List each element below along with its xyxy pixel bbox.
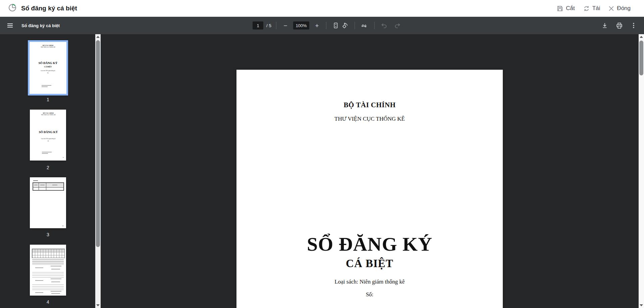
thumbnail-1-preview: BỘ TÀI CHÍNH THƯ VIỆN CỤC THỐNG KÊ SỔ ĐĂ… — [30, 42, 66, 94]
zoom-out-button[interactable]: − — [281, 21, 290, 30]
print-button[interactable] — [614, 21, 624, 30]
pdf-viewer-area: BỘ TÀI CHÍNH THƯ VIỆN CỤC THỐNG KÊ SỔ ĐĂ… — [0, 34, 644, 308]
fit-page-icon — [332, 22, 339, 29]
zoom-level-input[interactable]: 100% — [293, 21, 309, 29]
document-scrollbar[interactable] — [639, 34, 644, 308]
refresh-icon — [583, 5, 590, 12]
doc-title-line2: CÁ BIỆT — [236, 257, 503, 270]
toolbar-divider — [326, 22, 326, 29]
scroll-down-arrow[interactable] — [639, 303, 644, 308]
zoom-in-button[interactable]: + — [313, 21, 321, 30]
download-button[interactable] — [600, 21, 609, 30]
pdf-right-controls — [600, 17, 638, 34]
toolbar-divider — [374, 22, 375, 29]
cut-button[interactable]: Cắt — [556, 5, 575, 12]
scroll-up-arrow[interactable] — [639, 34, 644, 40]
save-icon — [556, 5, 564, 12]
reload-button-label: Tải — [592, 5, 600, 12]
scroll-up-arrow[interactable] — [95, 34, 101, 40]
page-count-label: / 5 — [266, 23, 271, 28]
reload-button[interactable]: Tải — [583, 5, 600, 12]
thumbnail-3-label: 3 — [28, 232, 68, 237]
pdf-toolbar: Sổ đăng ký cá biệt / 5 − 100% + — [0, 17, 644, 34]
annotate-button[interactable] — [360, 21, 370, 30]
window-title: Sổ đăng ký cá biệt — [21, 5, 77, 12]
thumbnail-2[interactable]: BỘ TÀI CHÍNH THƯ VIỆN CỤC THỐNG KÊ SỔ ĐĂ… — [30, 110, 66, 161]
undo-button[interactable] — [379, 21, 389, 30]
thumbnail-2-preview: BỘ TÀI CHÍNH THƯ VIỆN CỤC THỐNG KÊ SỔ ĐĂ… — [30, 110, 66, 161]
doc-header-line2: THƯ VIỆN CỤC THỐNG KÊ — [236, 116, 503, 122]
close-button[interactable]: Đóng — [608, 5, 631, 12]
thumbnail-1-label: 1 — [28, 97, 68, 102]
toolbar-divider — [355, 22, 355, 29]
print-icon — [616, 22, 623, 29]
thumbnail-2-label: 2 — [28, 165, 68, 170]
close-button-label: Đóng — [617, 5, 631, 12]
thumbnail-3[interactable] — [30, 177, 66, 228]
pie-chart-icon — [8, 3, 17, 13]
page-number-input[interactable] — [253, 21, 263, 29]
undo-icon — [381, 22, 387, 29]
rotate-icon — [342, 22, 348, 29]
redo-button[interactable] — [393, 21, 402, 30]
thumbnail-4-label: 4 — [28, 299, 68, 305]
pdf-center-controls: / 5 − 100% + — [253, 17, 402, 34]
hamburger-icon — [7, 22, 13, 29]
doc-header-line1: BỘ TÀI CHÍNH — [236, 101, 503, 109]
doc-subtitle: Loại sách: Niên giám thống kê — [236, 279, 503, 285]
menu-button[interactable] — [5, 21, 15, 30]
redo-icon — [394, 22, 401, 29]
download-icon — [601, 22, 608, 29]
cut-button-label: Cắt — [566, 5, 575, 12]
window-titlebar: Sổ đăng ký cá biệt Cắt Tải — [0, 0, 644, 17]
toolbar-divider — [276, 22, 276, 29]
kebab-menu-icon — [631, 22, 637, 29]
pdf-document-title: Sổ đăng ký cá biệt — [21, 17, 60, 34]
rotate-button[interactable] — [340, 21, 350, 30]
document-page-1: BỘ TÀI CHÍNH THƯ VIỆN CỤC THỐNG KÊ SỔ ĐĂ… — [236, 70, 503, 308]
thumbnail-1[interactable]: BỘ TÀI CHÍNH THƯ VIỆN CỤC THỐNG KÊ SỔ ĐĂ… — [28, 40, 68, 96]
doc-number-label: Số: — [236, 291, 503, 298]
thumbnail-pane: BỘ TÀI CHÍNH THƯ VIỆN CỤC THỐNG KÊ SỔ ĐĂ… — [0, 34, 95, 308]
more-options-button[interactable] — [629, 21, 638, 30]
fit-page-button[interactable] — [331, 21, 340, 30]
annotate-pen-icon — [361, 22, 368, 29]
thumbnail-4[interactable] — [30, 245, 66, 296]
document-scrollbar-thumb[interactable] — [639, 41, 643, 75]
scroll-down-arrow[interactable] — [95, 303, 101, 308]
close-icon — [608, 5, 614, 12]
doc-title-line1: SỔ ĐĂNG KÝ — [236, 233, 503, 255]
thumbnail-scrollbar[interactable] — [95, 34, 101, 308]
thumbnail-scrollbar-thumb[interactable] — [96, 40, 100, 247]
